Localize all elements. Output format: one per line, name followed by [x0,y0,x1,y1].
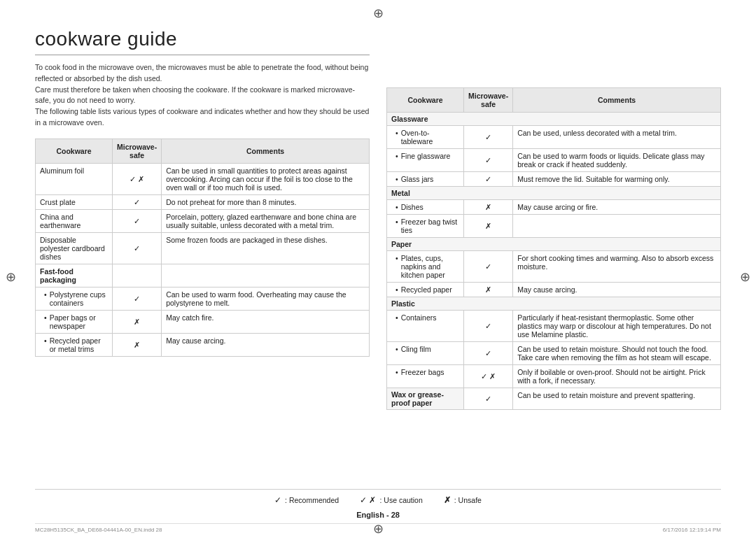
page-title: cookware guide [35,28,370,55]
comments [513,215,721,238]
section-header-metal: Metal [387,187,721,200]
cookware-name: •Recycled paper [387,283,464,297]
microwave-safe: ✗ [464,200,513,215]
microwave-safe: ✓ [464,311,513,342]
comments: Do not preheat for more than 8 minutes. [162,194,370,209]
table-row: •Polystyrene cups containers ✓ Can be us… [36,287,370,310]
right-cookware-table: Cookware Microwave-safe Comments Glasswa… [386,87,721,410]
table-row: •Freezer bag twist ties ✗ [387,215,721,238]
table-row: •Cling film ✓ Can be used to retain mois… [387,342,721,365]
comments: Particularly if heat-resistant thermopla… [513,311,721,342]
comments: Must remove the lid. Suitable for warmin… [513,172,721,187]
microwave-safe: ✓ ✗ [113,163,162,194]
wax-paper-label: Wax or grease-proof paper [387,388,464,410]
cookware-name: •Freezer bags [387,365,464,388]
cookware-name: •Dishes [387,200,464,215]
comments: May cause arcing. [513,283,721,297]
table-row: •Recycled paper ✗ May cause arcing. [387,283,721,297]
legend-recommended-label: : Recommended [285,496,339,504]
microwave-safe: ✓ [113,287,162,310]
legend-recommended: ✓ : Recommended [274,495,339,505]
microwave-safe: ✗ [113,310,162,333]
footer-left: MC28H5135CK_BA_DE68-04441A-00_EN.indd 28 [35,527,162,533]
microwave-safe: ✓ [113,209,162,232]
legend-caution-label: : Use caution [379,496,422,504]
cookware-name: •Freezer bag twist ties [387,215,464,238]
cookware-name: Disposable polyester cardboard dishes [36,232,113,264]
microwave-safe: ✓ [464,149,513,172]
right-registration-mark: ⊕ [740,269,750,285]
microwave-safe: ✓ [464,251,513,283]
microwave-safe: ✓ [464,126,513,149]
legend-caution: ✓ ✗ : Use caution [360,495,423,505]
comments: May cause arcing. [162,333,370,356]
microwave-safe: ✗ [464,215,513,238]
left-section: cookware guide To cook food in the micro… [35,28,370,486]
comments: Some frozen foods are packaged in these … [162,232,370,264]
table-row: •Oven-to-tableware ✓ Can be used, unless… [387,126,721,149]
cookware-name: •Plates, cups, napkins and kitchen paper [387,251,464,283]
left-th-cookware: Cookware [36,138,113,163]
section-header-wax: Wax or grease-proof paper ✓ Can be used … [387,388,721,410]
cookware-name: •Fine glassware [387,149,464,172]
cookware-name: China and earthenware [36,209,113,232]
table-row: •Plates, cups, napkins and kitchen paper… [387,251,721,283]
left-th-comments: Comments [162,138,370,163]
right-th-cookware: Cookware [387,88,464,113]
comments [162,264,370,287]
cross-symbol: ✗ [444,495,451,505]
microwave-safe [113,264,162,287]
comments: For short cooking times and warming. Als… [513,251,721,283]
table-row: Aluminum foil ✓ ✗ Can be used in small q… [36,163,370,194]
table-row: •Recycled paper or metal trims ✗ May cau… [36,333,370,356]
page-number: English - 28 [35,511,721,519]
comments: Porcelain, pottery, glazed earthenware a… [162,209,370,232]
intro-text: To cook food in the microwave oven, the … [35,62,370,129]
cookware-name: •Containers [387,311,464,342]
check-symbol: ✓ [274,495,281,505]
table-row: •Containers ✓ Particularly if heat-resis… [387,311,721,342]
table-row: •Paper bags or newspaper ✗ May catch fir… [36,310,370,333]
comments: Only if boilable or oven-proof. Should n… [513,365,721,388]
legend-unsafe-label: : Unsafe [454,496,482,504]
microwave-safe: ✗ [113,333,162,356]
cookware-name: •Cling film [387,342,464,365]
table-row: •Fine glassware ✓ Can be used to warm fo… [387,149,721,172]
legend-unsafe: ✗ : Unsafe [444,495,482,505]
section-header-paper: Paper [387,238,721,251]
cookware-name: Aluminum foil [36,163,113,194]
comments: Can be used to warm food. Overheating ma… [162,287,370,310]
microwave-safe: ✓ [464,172,513,187]
microwave-safe: ✓ [464,342,513,365]
cookware-name: •Recycled paper or metal trims [36,333,113,356]
table-row: China and earthenware ✓ Porcelain, potte… [36,209,370,232]
microwave-safe: ✗ [464,283,513,297]
section-header-glassware: Glassware [387,113,721,126]
cookware-name: •Paper bags or newspaper [36,310,113,333]
check-cross-symbol: ✓ ✗ [360,495,376,505]
section-header-plastic: Plastic [387,297,721,311]
right-th-microwave: Microwave-safe [464,88,513,113]
left-registration-mark: ⊕ [6,269,16,285]
comments: May catch fire. [162,310,370,333]
right-th-comments: Comments [513,88,721,113]
table-row: •Freezer bags ✓ ✗ Only if boilable or ov… [387,365,721,388]
comments: Can be used to retain moisture and preve… [513,388,721,410]
cookware-name: •Polystyrene cups containers [36,287,113,310]
comments: Can be used to warm foods or liquids. De… [513,149,721,172]
table-row: •Dishes ✗ May cause arcing or fire. [387,200,721,215]
comments: Can be used, unless decorated with a met… [513,126,721,149]
comments: Can be used in small quantities to prote… [162,163,370,194]
cookware-name: Crust plate [36,194,113,209]
comments: May cause arcing or fire. [513,200,721,215]
microwave-safe: ✓ [464,388,513,410]
bottom-registration-mark: ⊕ [373,521,384,537]
left-th-microwave: Microwave-safe [113,138,162,163]
microwave-safe: ✓ [113,194,162,209]
table-row: Disposable polyester cardboard dishes ✓ … [36,232,370,264]
microwave-safe: ✓ ✗ [464,365,513,388]
footer-right: 6/17/2016 12:19:14 PM [663,527,721,533]
cookware-name: •Oven-to-tableware [387,126,464,149]
table-row: Fast-food packaging [36,264,370,287]
table-row: Crust plate ✓ Do not preheat for more th… [36,194,370,209]
